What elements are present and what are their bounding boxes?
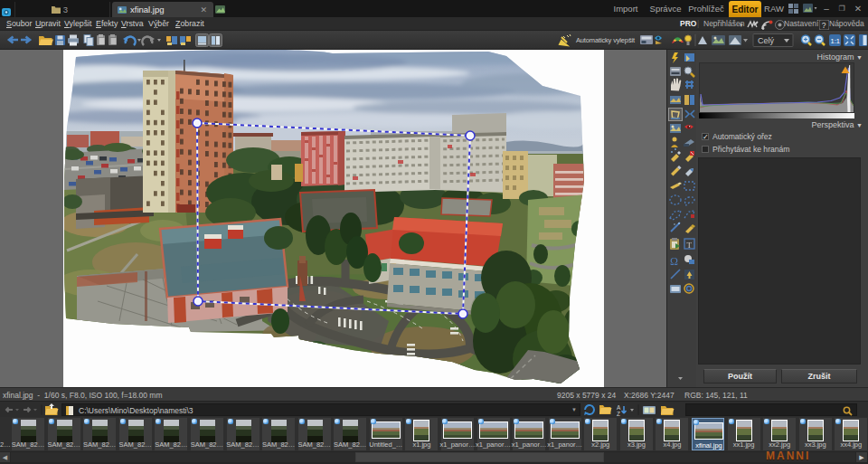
svg-text:Z: Z — [617, 411, 620, 417]
svg-text:1:1: 1:1 — [831, 37, 840, 45]
svg-text:Celý: Celý — [758, 36, 775, 45]
svg-text:T: T — [687, 241, 693, 250]
svg-text:?: ? — [822, 21, 826, 30]
svg-text:Ω: Ω — [670, 255, 678, 268]
svg-text:Automaticky vylepšit: Automaticky vylepšit — [576, 36, 636, 44]
